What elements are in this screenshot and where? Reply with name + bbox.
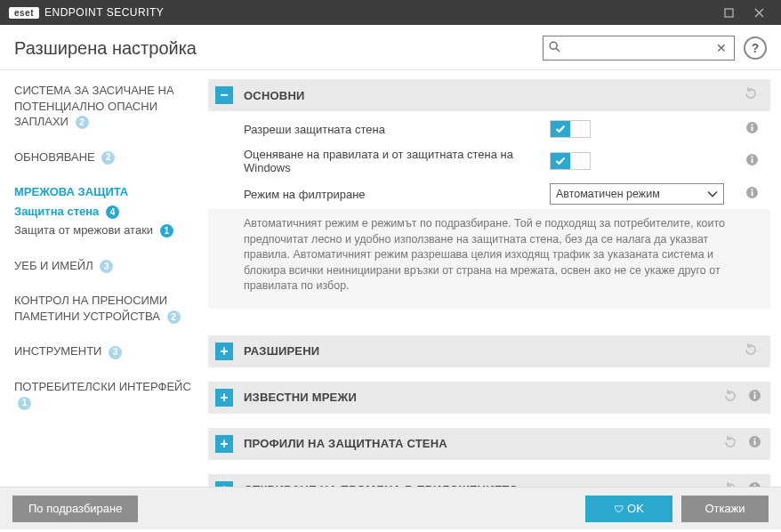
section-title: ИЗВЕСТНИ МРЕЖИ xyxy=(244,391,357,404)
shield-icon: 🛡 xyxy=(614,504,624,514)
collapse-icon[interactable]: − xyxy=(215,86,233,104)
sidebar-group: СИСТЕМА ЗА ЗАСИЧАНЕ НА ПОТЕНЦИАЛНО ОПАСН… xyxy=(14,83,197,130)
sidebar-group: ПОТРЕБИТЕЛСКИ ИНТЕРФЕЙС 1 xyxy=(14,379,197,410)
info-icon[interactable] xyxy=(745,121,759,137)
window-maximize-button[interactable] xyxy=(713,0,744,25)
setting-label: Разреши защитната стена xyxy=(244,123,550,136)
default-button[interactable]: По подразбиране xyxy=(12,496,138,522)
svg-rect-9 xyxy=(751,158,753,163)
setting-label: Оценяване на правилата и от защитната ст… xyxy=(244,148,550,174)
section-header[interactable]: +РАЗШИРЕНИ xyxy=(208,335,770,367)
info-icon[interactable] xyxy=(745,186,759,202)
help-button[interactable]: ? xyxy=(744,36,767,60)
ok-button-label: OK xyxy=(627,502,644,515)
svg-rect-13 xyxy=(751,189,753,190)
revert-icon[interactable] xyxy=(723,389,737,407)
header: Разширена настройка ✕ ? xyxy=(0,25,781,70)
expand-icon[interactable]: + xyxy=(215,435,233,453)
expand-icon[interactable]: + xyxy=(215,389,233,407)
badge: 1 xyxy=(160,224,173,238)
info-icon[interactable] xyxy=(748,389,761,406)
select-dropdown[interactable]: Автоматичен режим xyxy=(550,183,724,205)
ok-button[interactable]: 🛡OK xyxy=(585,496,672,522)
section-header[interactable]: +ОТКРИВАНЕ НА ПРОМЯНА В ПРИЛОЖЕНИЕТО xyxy=(208,474,770,488)
badge: 3 xyxy=(100,260,113,273)
setting-label: Режим на филтриране xyxy=(244,188,550,201)
toggle-switch[interactable] xyxy=(550,120,591,138)
svg-rect-7 xyxy=(751,124,753,125)
badge: 2 xyxy=(101,151,115,165)
sidebar-subitem[interactable]: Защитна стена 4 xyxy=(14,200,197,220)
page-title: Разширена настройка xyxy=(14,38,197,59)
revert-icon[interactable] xyxy=(723,481,737,488)
sidebar-group: КОНТРОЛ НА ПРЕНОСИМИ ПАМЕТИНИ УСТРОЙСТВА… xyxy=(14,293,197,324)
expand-icon[interactable]: + xyxy=(215,481,233,488)
section-header[interactable]: +ПРОФИЛИ НА ЗАЩИТНАТА СТЕНА xyxy=(208,428,770,460)
brand-box: eset xyxy=(9,7,39,19)
sidebar-item[interactable]: ИНСТРУМЕНТИ 3 xyxy=(14,343,197,359)
setting-description: Автоматичният режим е режимът по подразб… xyxy=(208,209,770,309)
sidebar-item[interactable]: КОНТРОЛ НА ПРЕНОСИМИ ПАМЕТИНИ УСТРОЙСТВА… xyxy=(14,293,197,324)
svg-rect-6 xyxy=(751,126,753,131)
badge: 4 xyxy=(106,206,119,219)
sidebar-subitem[interactable]: Защита от мрежови атаки 1 xyxy=(14,219,197,238)
cancel-button[interactable]: Откажи xyxy=(681,496,769,522)
brand-name: ENDPOINT SECURITY xyxy=(44,6,164,19)
sidebar-group: МРЕЖОВА ЗАЩИТАЗащитна стена 4Защита от м… xyxy=(14,184,197,238)
sidebar-group: ИНСТРУМЕНТИ 3 xyxy=(14,343,197,359)
section-title: РАЗШИРЕНИ xyxy=(244,344,319,358)
footer: По подразбиране 🛡OK Откажи xyxy=(0,487,781,529)
badge: 2 xyxy=(167,310,181,324)
info-icon[interactable] xyxy=(745,153,759,169)
titlebar: eset ENDPOINT SECURITY xyxy=(0,0,781,25)
info-icon[interactable] xyxy=(748,481,761,487)
sidebar-group: УЕБ И ИМЕЙЛ 3 xyxy=(14,258,197,274)
sidebar-item[interactable]: ПОТРЕБИТЕЛСКИ ИНТЕРФЕЙС 1 xyxy=(14,379,197,410)
setting-row: Разреши защитната стена xyxy=(208,115,770,143)
search-icon xyxy=(547,41,562,55)
svg-rect-22 xyxy=(754,484,756,486)
sidebar-item[interactable]: УЕБ И ИМЕЙЛ 3 xyxy=(14,258,197,274)
content-pane: −ОСНОВНИРазреши защитната стенаОценяване… xyxy=(206,70,781,487)
sidebar-item[interactable]: ОБНОВЯВАНЕ 2 xyxy=(14,149,197,165)
search-input[interactable] xyxy=(562,42,713,54)
svg-rect-16 xyxy=(754,391,756,393)
revert-icon[interactable] xyxy=(744,343,758,360)
badge: 1 xyxy=(18,397,31,410)
sidebar-item[interactable]: МРЕЖОВА ЗАЩИТА xyxy=(14,184,197,200)
svg-rect-0 xyxy=(725,9,733,17)
sidebar-group: ОБНОВЯВАНЕ 2 xyxy=(14,149,197,165)
section-title: ОТКРИВАНЕ НА ПРОМЯНА В ПРИЛОЖЕНИЕТО xyxy=(244,483,519,487)
section-header[interactable]: +ИЗВЕСТНИ МРЕЖИ xyxy=(208,382,770,414)
svg-rect-12 xyxy=(751,191,753,196)
badge: 2 xyxy=(76,116,89,129)
select-value: Автоматичен режим xyxy=(556,188,707,200)
revert-icon[interactable] xyxy=(744,86,758,104)
section-title: ПРОФИЛИ НА ЗАЩИТНАТА СТЕНА xyxy=(244,437,447,450)
toggle-switch[interactable] xyxy=(550,152,591,170)
svg-rect-18 xyxy=(754,440,756,445)
sidebar-item[interactable]: СИСТЕМА ЗА ЗАСИЧАНЕ НА ПОТЕНЦИАЛНО ОПАСН… xyxy=(14,83,197,130)
svg-point-3 xyxy=(550,42,557,49)
info-icon[interactable] xyxy=(748,435,761,452)
svg-rect-10 xyxy=(751,156,753,157)
section-title: ОСНОВНИ xyxy=(244,89,305,102)
window-close-button[interactable] xyxy=(744,0,774,25)
badge: 3 xyxy=(109,346,122,359)
search-clear-icon[interactable]: ✕ xyxy=(713,41,730,55)
setting-row: Режим на филтриранеАвтоматичен режим xyxy=(208,179,770,209)
setting-row: Оценяване на правилата и от защитната ст… xyxy=(208,143,770,179)
sidebar: СИСТЕМА ЗА ЗАСИЧАНЕ НА ПОТЕНЦИАЛНО ОПАСН… xyxy=(0,70,206,487)
svg-line-4 xyxy=(556,48,560,52)
revert-icon[interactable] xyxy=(723,435,737,453)
expand-icon[interactable]: + xyxy=(215,343,233,360)
search-input-wrap[interactable]: ✕ xyxy=(543,36,735,60)
section-header[interactable]: −ОСНОВНИ xyxy=(208,79,770,111)
chevron-down-icon xyxy=(707,188,718,200)
svg-rect-15 xyxy=(754,394,756,399)
svg-rect-19 xyxy=(754,438,756,439)
